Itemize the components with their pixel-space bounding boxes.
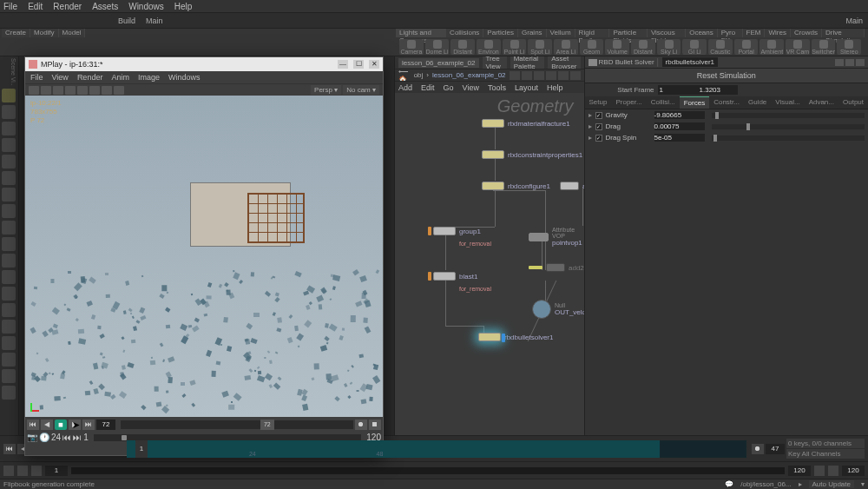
shelf-icon[interactable]: Caustic	[708, 39, 733, 55]
goto-start-button[interactable]: ⏮	[3, 444, 16, 454]
tool-icon[interactable]	[2, 237, 16, 251]
node-editor[interactable]: Geometry rbdmaterialfractu	[395, 93, 584, 435]
shelf-tab[interactable]: Vellum	[547, 29, 575, 37]
first-frame-button[interactable]: ⏮	[27, 420, 39, 430]
loop-button[interactable]: ⏹	[369, 420, 381, 430]
shelf-tab[interactable]: Viscous Fluids	[648, 29, 686, 37]
menu-assets[interactable]: Assets	[92, 2, 118, 11]
toolbar-icon[interactable]	[65, 86, 76, 95]
mplay-viewport[interactable]: ip-10:22/1 783x755 P 72	[25, 96, 383, 417]
mplay-menu-view[interactable]: View	[52, 73, 69, 82]
last-frame-button[interactable]: ⏭	[82, 420, 95, 430]
drag-spin-field[interactable]: 5e-05	[654, 134, 705, 142]
mplay-menu-anim[interactable]: Anim	[111, 73, 129, 82]
toolbar-icon[interactable]	[114, 86, 124, 95]
shelf-icon[interactable]: Sky Li	[657, 39, 681, 55]
shelf-icon[interactable]: Switcher	[812, 39, 836, 55]
radial-main-right[interactable]: Main	[845, 17, 868, 25]
menu-render[interactable]: Render	[53, 2, 82, 11]
ne-tool-icon[interactable]	[570, 71, 581, 80]
shelf-icon[interactable]: Point Li	[503, 39, 527, 55]
node-rbdconstraintproperties1[interactable]: rbdconstraintproperties1	[482, 150, 582, 159]
ne-menu-view[interactable]: View	[463, 83, 479, 92]
shelf-icon[interactable]: Volume	[605, 39, 629, 55]
tab-advanced[interactable]: Advan...	[805, 96, 838, 109]
ne-menu-edit[interactable]: Edit	[421, 83, 435, 92]
tool-icon[interactable]	[2, 287, 16, 301]
menu-file[interactable]: File	[3, 2, 17, 11]
auto-update-dropdown[interactable]: Auto Update	[809, 480, 854, 488]
minimize-button[interactable]: —	[338, 60, 348, 69]
realtime-button[interactable]: ⏺	[752, 444, 764, 454]
toolbar-icon[interactable]	[53, 86, 63, 95]
tool-icon[interactable]	[2, 254, 16, 268]
shelf-icon[interactable]: Environ	[477, 39, 501, 55]
shelf-tab[interactable]: Grains	[518, 29, 547, 37]
menu-edit[interactable]: Edit	[28, 2, 43, 11]
lock-icon[interactable]	[31, 466, 42, 476]
ne-tool-icon[interactable]	[522, 71, 532, 80]
ne-menu-layout[interactable]: Layout	[515, 83, 538, 92]
drag-checkbox[interactable]: ✓	[595, 123, 602, 130]
shelf-tab[interactable]: Drive Simulation	[822, 29, 865, 37]
scene-tab[interactable]: lesson_06_example_02	[398, 58, 479, 68]
shelf-icon[interactable]: Dome Li	[425, 39, 450, 55]
sub-steps-field[interactable]: 1.3203	[698, 85, 738, 95]
toolbar-icon[interactable]	[29, 86, 39, 95]
range-end-display[interactable]: 120	[842, 466, 865, 476]
ne-menu-add[interactable]: Add	[398, 83, 412, 92]
shelf-icon[interactable]: VR Cam	[786, 39, 810, 55]
shelf-tab[interactable]: Model	[59, 29, 86, 37]
fps-field[interactable]: 24	[51, 433, 61, 442]
toolbar-icon[interactable]	[102, 86, 112, 95]
shelf-tab[interactable]: Wires	[765, 29, 790, 37]
shelf-icon[interactable]: GI Li	[682, 39, 707, 55]
gear-icon[interactable]	[845, 59, 854, 66]
range-slider[interactable]	[71, 467, 785, 474]
gravity-checkbox[interactable]: ✓	[595, 112, 602, 119]
tab-properties[interactable]: Proper...	[611, 96, 646, 109]
tab-collision[interactable]: Collisi...	[647, 96, 680, 109]
node-rbdconfigure1[interactable]: rbdconfigure1	[482, 182, 550, 190]
shelf-icon[interactable]: Spot Li	[528, 39, 552, 55]
node-rbdbulletsolver1[interactable]: rbdbulletsolver1	[478, 333, 553, 341]
eye-icon[interactable]	[17, 466, 28, 476]
help-icon[interactable]	[856, 59, 865, 66]
mplay-menu-file[interactable]: File	[30, 73, 43, 82]
step-fwd-button[interactable]: ⏭	[73, 433, 82, 442]
mplay-menu-image[interactable]: Image	[138, 73, 160, 82]
mplay-menu-render[interactable]: Render	[77, 73, 103, 82]
gravity-field[interactable]: -9.80665	[654, 111, 705, 119]
expand-icon[interactable]: ▸	[589, 111, 592, 119]
shelf-icon[interactable]: Ambient	[760, 39, 784, 55]
node-blast1[interactable]: blast1	[433, 272, 477, 281]
frame-field[interactable]: 72	[96, 420, 115, 430]
range-start-field[interactable]: 1	[45, 466, 68, 476]
loop-button[interactable]: ⏺	[355, 420, 367, 430]
global-track[interactable]: 1 2448	[127, 440, 746, 458]
tool-icon[interactable]	[2, 270, 16, 284]
path-obj[interactable]: obj	[414, 71, 424, 79]
step-back-button[interactable]: ⏮	[62, 433, 71, 442]
toolbar-icon[interactable]	[89, 86, 100, 95]
range-tool-icon[interactable]	[814, 466, 825, 476]
lock-tool-icon[interactable]	[2, 155, 16, 169]
tool-icon[interactable]	[2, 386, 16, 400]
range-end-field[interactable]: 120	[788, 466, 811, 476]
range-start-field[interactable]: 1	[83, 433, 89, 442]
persp-dropdown[interactable]: Persp ▾	[311, 85, 341, 95]
shelf-tab[interactable]: Crowds	[791, 29, 822, 37]
ne-menu-tools[interactable]: Tools	[488, 83, 506, 92]
tool-icon[interactable]	[2, 369, 16, 383]
tool-icon[interactable]	[2, 320, 16, 334]
shelf-tab[interactable]: Particles	[483, 29, 518, 37]
cam-icon[interactable]: 📷	[27, 433, 37, 442]
ne-tool-icon[interactable]	[510, 71, 520, 80]
node-pointvop1[interactable]: Attribute VOP pointvop1	[529, 227, 584, 247]
shelf-tab[interactable]: Create	[2, 29, 30, 37]
shelf-tab[interactable]: Particle Fluids	[609, 29, 647, 37]
shelf-tab[interactable]: FEM	[743, 29, 766, 37]
shelf-tab[interactable]: Oceans	[686, 29, 718, 37]
shelf-tab[interactable]: Collisions	[446, 29, 483, 37]
shelf-icon[interactable]: Distant	[631, 39, 655, 55]
